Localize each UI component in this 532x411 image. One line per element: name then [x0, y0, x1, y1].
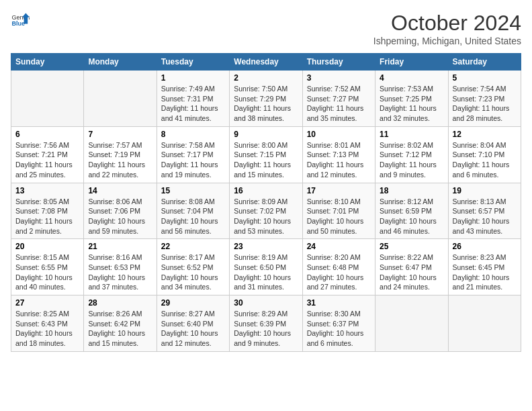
- day-number: 3: [307, 73, 371, 83]
- calendar-cell: 10Sunrise: 8:01 AM Sunset: 7:13 PM Dayli…: [302, 126, 375, 183]
- day-info: Sunrise: 8:12 AM Sunset: 6:59 PM Dayligh…: [380, 197, 443, 236]
- logo-icon: General Blue: [11, 11, 30, 30]
- page-title: October 2024: [373, 11, 521, 36]
- day-info: Sunrise: 8:30 AM Sunset: 6:37 PM Dayligh…: [307, 309, 371, 349]
- day-number: 31: [307, 298, 371, 308]
- day-info: Sunrise: 8:15 AM Sunset: 6:55 PM Dayligh…: [15, 253, 79, 292]
- calendar-cell: 25Sunrise: 8:22 AM Sunset: 6:47 PM Dayli…: [375, 239, 448, 295]
- calendar-cell: 1Sunrise: 7:49 AM Sunset: 7:31 PM Daylig…: [157, 71, 229, 127]
- day-info: Sunrise: 8:23 AM Sunset: 6:45 PM Dayligh…: [453, 253, 517, 292]
- day-header-wednesday: Wednesday: [230, 54, 302, 71]
- title-block: October 2024 Ishpeming, Michigan, United…: [373, 11, 521, 46]
- day-info: Sunrise: 8:04 AM Sunset: 7:10 PM Dayligh…: [453, 140, 517, 180]
- day-number: 27: [15, 298, 79, 308]
- day-number: 20: [15, 242, 79, 251]
- day-header-monday: Monday: [84, 54, 157, 71]
- day-info: Sunrise: 7:56 AM Sunset: 7:21 PM Dayligh…: [15, 140, 79, 180]
- calendar-cell: [448, 295, 521, 352]
- day-number: 30: [234, 298, 298, 308]
- calendar-cell: 11Sunrise: 8:02 AM Sunset: 7:12 PM Dayli…: [375, 126, 448, 183]
- day-header-thursday: Thursday: [302, 54, 375, 71]
- calendar-cell: 12Sunrise: 8:04 AM Sunset: 7:10 PM Dayli…: [448, 126, 521, 183]
- day-number: 24: [307, 242, 371, 251]
- day-info: Sunrise: 8:13 AM Sunset: 6:57 PM Dayligh…: [453, 197, 517, 236]
- calendar-cell: [11, 71, 84, 127]
- day-info: Sunrise: 8:16 AM Sunset: 6:53 PM Dayligh…: [88, 253, 152, 292]
- svg-text:Blue: Blue: [11, 20, 25, 27]
- calendar-cell: 27Sunrise: 8:25 AM Sunset: 6:43 PM Dayli…: [11, 295, 84, 352]
- calendar-table: SundayMondayTuesdayWednesdayThursdayFrid…: [11, 53, 521, 352]
- day-number: 10: [307, 130, 371, 139]
- calendar-cell: 9Sunrise: 8:00 AM Sunset: 7:15 PM Daylig…: [230, 126, 302, 183]
- calendar-week-5: 27Sunrise: 8:25 AM Sunset: 6:43 PM Dayli…: [11, 295, 521, 352]
- calendar-cell: 20Sunrise: 8:15 AM Sunset: 6:55 PM Dayli…: [11, 239, 84, 295]
- calendar-cell: [84, 71, 157, 127]
- day-info: Sunrise: 8:10 AM Sunset: 7:01 PM Dayligh…: [307, 197, 371, 236]
- day-info: Sunrise: 8:00 AM Sunset: 7:15 PM Dayligh…: [234, 140, 298, 180]
- calendar-cell: 19Sunrise: 8:13 AM Sunset: 6:57 PM Dayli…: [448, 183, 521, 239]
- calendar-week-1: 1Sunrise: 7:49 AM Sunset: 7:31 PM Daylig…: [11, 71, 521, 127]
- day-number: 4: [380, 73, 443, 83]
- day-number: 14: [88, 186, 152, 195]
- calendar-cell: 6Sunrise: 7:56 AM Sunset: 7:21 PM Daylig…: [11, 126, 84, 183]
- calendar-cell: 16Sunrise: 8:09 AM Sunset: 7:02 PM Dayli…: [230, 183, 302, 239]
- day-info: Sunrise: 8:27 AM Sunset: 6:40 PM Dayligh…: [161, 309, 225, 349]
- day-info: Sunrise: 7:50 AM Sunset: 7:29 PM Dayligh…: [234, 84, 298, 124]
- day-info: Sunrise: 8:06 AM Sunset: 7:06 PM Dayligh…: [88, 197, 152, 236]
- calendar-cell: 31Sunrise: 8:30 AM Sunset: 6:37 PM Dayli…: [302, 295, 375, 352]
- day-number: 9: [234, 130, 298, 139]
- day-header-saturday: Saturday: [448, 54, 521, 71]
- day-number: 11: [380, 130, 443, 139]
- day-info: Sunrise: 8:09 AM Sunset: 7:02 PM Dayligh…: [234, 197, 298, 236]
- calendar-cell: [375, 295, 448, 352]
- calendar-week-2: 6Sunrise: 7:56 AM Sunset: 7:21 PM Daylig…: [11, 126, 521, 183]
- calendar-cell: 3Sunrise: 7:52 AM Sunset: 7:27 PM Daylig…: [302, 71, 375, 127]
- day-number: 16: [234, 186, 298, 195]
- day-info: Sunrise: 8:22 AM Sunset: 6:47 PM Dayligh…: [380, 253, 443, 292]
- calendar-cell: 2Sunrise: 7:50 AM Sunset: 7:29 PM Daylig…: [230, 71, 302, 127]
- calendar-cell: 30Sunrise: 8:29 AM Sunset: 6:39 PM Dayli…: [230, 295, 302, 352]
- calendar-cell: 7Sunrise: 7:57 AM Sunset: 7:19 PM Daylig…: [84, 126, 157, 183]
- day-number: 1: [161, 73, 225, 83]
- day-info: Sunrise: 8:05 AM Sunset: 7:08 PM Dayligh…: [15, 197, 79, 236]
- calendar-cell: 5Sunrise: 7:54 AM Sunset: 7:23 PM Daylig…: [448, 71, 521, 127]
- calendar-cell: 22Sunrise: 8:17 AM Sunset: 6:52 PM Dayli…: [157, 239, 229, 295]
- calendar-cell: 26Sunrise: 8:23 AM Sunset: 6:45 PM Dayli…: [448, 239, 521, 295]
- day-number: 7: [88, 130, 152, 139]
- calendar-cell: 18Sunrise: 8:12 AM Sunset: 6:59 PM Dayli…: [375, 183, 448, 239]
- day-info: Sunrise: 8:19 AM Sunset: 6:50 PM Dayligh…: [234, 253, 298, 292]
- day-number: 15: [161, 186, 225, 195]
- day-number: 21: [88, 242, 152, 251]
- day-info: Sunrise: 8:17 AM Sunset: 6:52 PM Dayligh…: [161, 253, 225, 292]
- day-number: 26: [453, 242, 517, 251]
- logo: General Blue: [11, 11, 30, 30]
- day-number: 12: [453, 130, 517, 139]
- day-info: Sunrise: 8:08 AM Sunset: 7:04 PM Dayligh…: [161, 197, 225, 236]
- header-row: SundayMondayTuesdayWednesdayThursdayFrid…: [11, 54, 521, 71]
- day-number: 19: [453, 186, 517, 195]
- day-info: Sunrise: 7:54 AM Sunset: 7:23 PM Dayligh…: [453, 84, 517, 124]
- day-info: Sunrise: 8:29 AM Sunset: 6:39 PM Dayligh…: [234, 309, 298, 349]
- day-info: Sunrise: 8:02 AM Sunset: 7:12 PM Dayligh…: [380, 140, 443, 180]
- calendar-cell: 21Sunrise: 8:16 AM Sunset: 6:53 PM Dayli…: [84, 239, 157, 295]
- calendar-week-3: 13Sunrise: 8:05 AM Sunset: 7:08 PM Dayli…: [11, 183, 521, 239]
- day-number: 18: [380, 186, 443, 195]
- day-info: Sunrise: 7:57 AM Sunset: 7:19 PM Dayligh…: [88, 140, 152, 180]
- day-info: Sunrise: 7:53 AM Sunset: 7:25 PM Dayligh…: [380, 84, 443, 124]
- day-number: 5: [453, 73, 517, 83]
- day-number: 13: [15, 186, 79, 195]
- calendar-cell: 28Sunrise: 8:26 AM Sunset: 6:42 PM Dayli…: [84, 295, 157, 352]
- day-number: 28: [88, 298, 152, 308]
- day-info: Sunrise: 7:58 AM Sunset: 7:17 PM Dayligh…: [161, 140, 225, 180]
- day-number: 8: [161, 130, 225, 139]
- day-info: Sunrise: 8:25 AM Sunset: 6:43 PM Dayligh…: [15, 309, 79, 349]
- day-info: Sunrise: 7:49 AM Sunset: 7:31 PM Dayligh…: [161, 84, 225, 124]
- calendar-cell: 8Sunrise: 7:58 AM Sunset: 7:17 PM Daylig…: [157, 126, 229, 183]
- day-info: Sunrise: 8:26 AM Sunset: 6:42 PM Dayligh…: [88, 309, 152, 349]
- day-info: Sunrise: 8:01 AM Sunset: 7:13 PM Dayligh…: [307, 140, 371, 180]
- day-number: 29: [161, 298, 225, 308]
- day-number: 25: [380, 242, 443, 251]
- calendar-cell: 23Sunrise: 8:19 AM Sunset: 6:50 PM Dayli…: [230, 239, 302, 295]
- day-number: 23: [234, 242, 298, 251]
- day-number: 22: [161, 242, 225, 251]
